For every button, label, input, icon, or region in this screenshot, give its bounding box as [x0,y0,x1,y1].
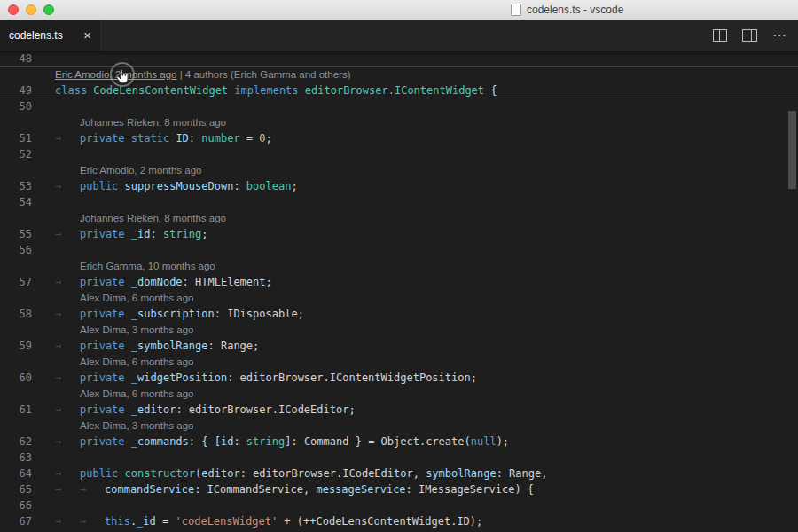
code-line-57[interactable]: 57→private _domNode: HTMLElement; [0,274,798,290]
line-number[interactable]: 66 [0,497,32,513]
code-token: string [163,228,201,240]
codelens-annotation-row[interactable]: Johannes Rieken, 8 months ago [0,210,798,226]
codelens-text: Eric Amodio, 2 months ago | 4 authors (E… [55,66,350,82]
codelens-label: Johannes Rieken, 8 months ago [80,213,226,223]
line-number[interactable]: 51 [0,130,32,146]
code-token: private static [80,132,176,145]
code-line-50[interactable]: 50 [0,98,798,114]
code-line-54[interactable]: 54 [0,194,798,210]
code-token: ; [266,132,272,145]
zoom-window-button[interactable] [43,4,54,15]
tab-codelens-ts[interactable]: codelens.ts × [0,20,101,51]
codelens-annotation-row[interactable]: Eric Amodio, 2 months ago | 4 authors (E… [0,66,798,82]
editor-layout-icon[interactable] [742,29,757,42]
code-token: id [221,435,233,448]
code-line-65[interactable]: 65→→commandService: ICommandService, mes… [0,481,798,497]
line-number[interactable]: 62 [0,434,32,450]
code-token: suppressMouseDown [125,180,234,192]
tab-whitespace-arrow: → [55,306,80,322]
codelens-annotation-row[interactable]: Alex Dima, 3 months ago [0,418,798,434]
code-line-51[interactable]: 51→private static ID: number = 0; [0,130,798,146]
code-token: _domNode [131,276,183,288]
codelens-label: Johannes Rieken, 8 months ago [80,117,226,128]
line-number[interactable]: 50 [0,98,32,114]
code-token: : [150,228,162,240]
minimize-window-button[interactable] [26,4,36,15]
tab-whitespace-arrow: → [55,338,80,354]
codelens-annotation-row[interactable]: Eric Amodio, 2 months ago [0,162,798,178]
code-line-61[interactable]: 61→private _editor: editorBrowser.ICodeE… [0,402,798,418]
vertical-scrollbar-thumb[interactable] [788,111,796,189]
code-token: : [233,180,246,192]
split-editor-icon[interactable] [713,29,727,42]
code-token: : editorBrowser.ICodeEditor, [240,467,426,480]
code-editor[interactable]: 48Eric Amodio, 2 months ago | 4 authors … [0,51,798,532]
code-line-59[interactable]: 59→private _symbolRange: Range; [0,338,798,354]
code-token: private [80,308,131,320]
more-actions-icon[interactable]: ⋯ [772,30,787,41]
line-number[interactable]: 48 [0,51,32,66]
codelens-text: Eric Amodio, 2 months ago [80,162,201,178]
codelens-annotation-row[interactable]: Alex Dima, 6 months ago [0,386,798,402]
line-number [0,162,32,178]
line-number [0,66,32,82]
code-line-62[interactable]: 62→private _commands: { [id: string]: Co… [0,434,798,450]
code-text: →private _commands: { [id: string]: Comm… [55,434,509,450]
close-window-button[interactable] [8,4,19,15]
code-token: : [233,435,246,448]
code-line-52[interactable]: 52 [0,146,798,162]
tab-close-icon[interactable]: × [83,28,91,42]
line-number[interactable]: 59 [0,338,32,354]
code-text: →public constructor(editor: editorBrowse… [55,466,547,481]
line-number [0,114,32,130]
code-line-64[interactable]: 64→public constructor(editor: editorBrow… [0,466,798,481]
code-token: + (++CodeLensContentWidget.ID); [278,515,482,528]
code-line-66[interactable]: 66 [0,497,798,513]
code-line-48[interactable]: 48 [0,51,798,66]
code-area: 48Eric Amodio, 2 months ago | 4 authors … [0,51,798,532]
code-line-63[interactable]: 63 [0,450,798,466]
code-line-49[interactable]: 49class CodeLensContentWidget implements… [0,82,798,98]
code-line-58[interactable]: 58→private _subscription: IDisposable; [0,306,798,322]
line-number[interactable]: 57 [0,274,32,290]
line-number[interactable]: 56 [0,242,32,258]
line-number [0,386,32,402]
code-line-67[interactable]: 67→→this._id = 'codeLensWidget' + (++Cod… [0,513,798,529]
line-number[interactable]: 53 [0,178,32,194]
line-number[interactable]: 63 [0,450,32,466]
codelens-annotation-row[interactable]: Erich Gamma, 10 months ago [0,258,798,274]
line-number [0,418,32,434]
line-number[interactable]: 67 [0,513,32,529]
tab-whitespace-arrow: → [55,274,80,290]
codelens-label: Alex Dima, 6 months ago [80,356,193,367]
codelens-blame-link[interactable]: Eric Amodio, 2 months ago [55,69,176,80]
codelens-text: Johannes Rieken, 8 months ago [80,210,226,226]
tab-whitespace-arrow: → [55,434,80,450]
code-line-56[interactable]: 56 [0,242,798,258]
line-number[interactable]: 54 [0,194,32,210]
code-text: →public suppressMouseDown: boolean; [55,178,298,194]
code-line-55[interactable]: 55→private _id: string; [0,226,798,242]
code-token: public [80,180,125,192]
line-number[interactable]: 52 [0,146,32,162]
line-number[interactable]: 58 [0,306,32,322]
line-number[interactable]: 60 [0,370,32,386]
line-number[interactable]: 64 [0,466,32,481]
tab-whitespace-arrow: → [80,513,105,529]
codelens-annotation-row[interactable]: Alex Dima, 3 months ago [0,322,798,338]
codelens-annotation-row[interactable]: Alex Dima, 6 months ago [0,290,798,306]
line-number[interactable]: 65 [0,481,32,497]
code-token: _subscription [131,308,215,320]
line-number[interactable]: 49 [0,82,32,98]
editor-tab-bar: codelens.ts × ⋯ [0,20,798,51]
code-token: = [240,132,260,145]
code-text: →private _symbolRange: Range; [55,338,259,354]
code-token: private [80,435,131,448]
codelens-annotation-row[interactable]: Alex Dima, 6 months ago [0,354,798,370]
line-number[interactable]: 55 [0,226,32,242]
code-line-60[interactable]: 60→private _widgetPosition: editorBrowse… [0,370,798,386]
code-line-53[interactable]: 53→public suppressMouseDown: boolean; [0,178,798,194]
codelens-annotation-row[interactable]: Johannes Rieken, 8 months ago [0,114,798,130]
editor-actions: ⋯ [713,20,787,51]
line-number[interactable]: 61 [0,402,32,418]
